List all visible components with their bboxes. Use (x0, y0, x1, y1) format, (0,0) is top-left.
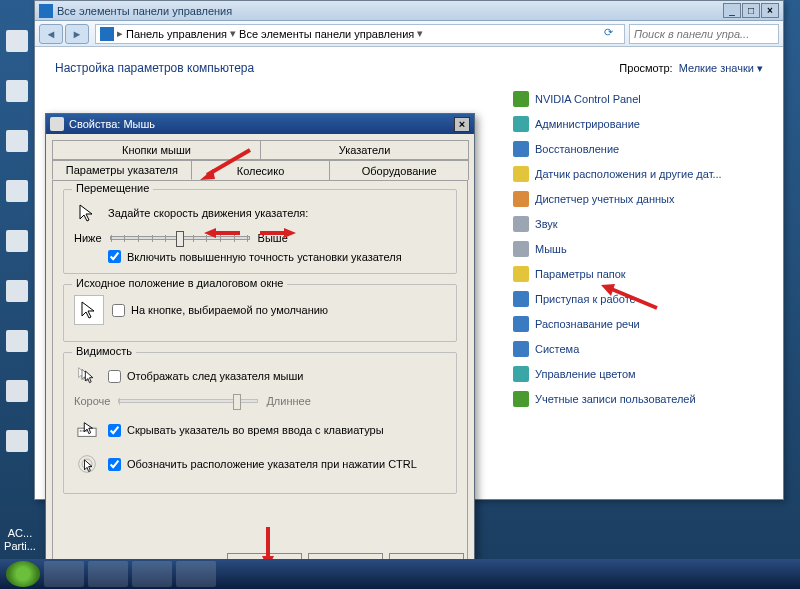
tab-panel: Перемещение Задайте скорость движения ук… (52, 180, 468, 562)
pointer-speed-slider[interactable]: Ниже Выше (74, 232, 446, 244)
hide-while-typing-checkbox[interactable]: Скрывать указатель во время ввода с клав… (108, 424, 384, 437)
item-label: Датчик расположения и другие дат... (535, 168, 722, 180)
dialog-close-button[interactable]: × (454, 117, 470, 132)
item-label: Распознавание речи (535, 318, 640, 330)
close-button[interactable]: × (761, 3, 779, 18)
control-panel-item[interactable]: Диспетчер учетных данных (513, 191, 763, 207)
tab-pointers[interactable]: Указатели (260, 140, 469, 160)
control-panel-item[interactable]: Звук (513, 216, 763, 232)
tab-hardware[interactable]: Оборудование (329, 160, 469, 180)
speed-label: Задайте скорость движения указателя: (108, 207, 308, 219)
item-label: Звук (535, 218, 558, 230)
mouse-icon (50, 117, 64, 131)
tab-pointer-options[interactable]: Параметры указателя (52, 160, 192, 180)
item-label: Мышь (535, 243, 567, 255)
desktop-shortcut[interactable] (6, 30, 28, 52)
ctrl-locate-icon (74, 451, 100, 477)
control-panel-item[interactable]: Параметры папок (513, 266, 763, 282)
control-panel-item[interactable]: Приступая к работе (513, 291, 763, 307)
taskbar-pinned-app[interactable] (132, 561, 172, 587)
group-legend: Исходное положение в диалоговом окне (72, 277, 287, 289)
taskbar[interactable] (0, 559, 800, 589)
dialog-titlebar[interactable]: Свойства: Мышь × (46, 114, 474, 134)
item-icon (513, 166, 529, 182)
item-icon (513, 191, 529, 207)
item-icon (513, 141, 529, 157)
enhance-precision-checkbox[interactable]: Включить повышенную точность установки у… (108, 250, 446, 263)
desktop-shortcut[interactable] (6, 430, 28, 452)
item-icon (513, 316, 529, 332)
checkbox-input[interactable] (108, 458, 121, 471)
item-icon (513, 216, 529, 232)
minimize-button[interactable]: _ (723, 3, 741, 18)
slider-thumb (233, 394, 241, 410)
forward-button[interactable]: ► (65, 24, 89, 44)
breadcrumb-part[interactable]: Панель управления (126, 28, 227, 40)
taskbar-pinned-app[interactable] (176, 561, 216, 587)
view-dropdown[interactable]: Мелкие значки ▾ (679, 62, 763, 75)
control-panel-item[interactable]: Датчик расположения и другие дат... (513, 166, 763, 182)
pointer-icon (74, 200, 100, 226)
breadcrumb-part[interactable]: Все элементы панели управления (239, 28, 414, 40)
back-button[interactable]: ◄ (39, 24, 63, 44)
mouse-properties-dialog: Свойства: Мышь × Кнопки мыши Указатели П… (45, 113, 475, 583)
group-legend: Видимость (72, 345, 136, 357)
desktop-shortcut[interactable] (6, 380, 28, 402)
desktop-shortcut[interactable] (6, 180, 28, 202)
maximize-button[interactable]: □ (742, 3, 760, 18)
checkbox-input[interactable] (108, 370, 121, 383)
control-panel-item[interactable]: Администрирование (513, 116, 763, 132)
desktop-shortcut[interactable] (6, 130, 28, 152)
checkbox-input[interactable] (108, 424, 121, 437)
control-panel-items-column: NVIDIA Control PanelАдминистрированиеВос… (513, 91, 763, 407)
group-legend: Перемещение (72, 182, 153, 194)
toolbar: ◄ ► ▸ Панель управления ▾ Все элементы п… (35, 21, 783, 47)
desktop-shortcut[interactable] (6, 330, 28, 352)
search-input[interactable] (629, 24, 779, 44)
window-titlebar[interactable]: Все элементы панели управления _ □ × (35, 1, 783, 21)
item-icon (513, 391, 529, 407)
item-icon (513, 116, 529, 132)
control-panel-item[interactable]: Учетные записи пользователей (513, 391, 763, 407)
desktop-shortcut[interactable] (6, 230, 28, 252)
item-label: Параметры папок (535, 268, 626, 280)
start-button[interactable] (6, 561, 40, 587)
desktop-shortcut[interactable] (6, 280, 28, 302)
item-label: Система (535, 343, 579, 355)
checkbox-input[interactable] (108, 250, 121, 263)
control-panel-item[interactable]: Распознавание речи (513, 316, 763, 332)
pointer-trails-checkbox[interactable]: Отображать след указателя мыши (108, 370, 303, 383)
control-panel-item[interactable]: NVIDIA Control Panel (513, 91, 763, 107)
tabs-container: Кнопки мыши Указатели Параметры указател… (46, 134, 474, 180)
checkbox-input[interactable] (112, 304, 125, 317)
view-label: Просмотр: (619, 62, 672, 74)
desktop-shortcut[interactable] (6, 80, 28, 102)
pointer-trails-icon (74, 363, 100, 389)
breadcrumb[interactable]: ▸ Панель управления ▾ Все элементы панел… (95, 24, 625, 44)
snap-to-checkbox[interactable]: На кнопке, выбираемой по умолчанию (112, 304, 328, 317)
slider-label-slow: Ниже (74, 232, 102, 244)
taskbar-pinned-app[interactable] (44, 561, 84, 587)
item-icon (513, 366, 529, 382)
item-icon (513, 91, 529, 107)
control-panel-item[interactable]: Мышь (513, 241, 763, 257)
group-motion: Перемещение Задайте скорость движения ук… (63, 189, 457, 274)
taskbar-pinned-app[interactable] (88, 561, 128, 587)
desktop-shortcut-label: AC...Parti... (2, 527, 38, 553)
slider-thumb[interactable] (176, 231, 184, 247)
ctrl-locate-checkbox[interactable]: Обозначить расположение указателя при на… (108, 458, 417, 471)
trail-length-slider: Короче Длиннее (74, 395, 446, 407)
tab-wheel[interactable]: Колесико (191, 160, 331, 180)
item-icon (513, 291, 529, 307)
group-snap-to: Исходное положение в диалоговом окне На … (63, 284, 457, 342)
control-panel-item[interactable]: Система (513, 341, 763, 357)
refresh-icon[interactable]: ⟳ (604, 26, 620, 42)
item-icon (513, 266, 529, 282)
item-label: Учетные записи пользователей (535, 393, 696, 405)
tab-buttons[interactable]: Кнопки мыши (52, 140, 261, 160)
svg-rect-1 (80, 430, 82, 432)
control-panel-item[interactable]: Управление цветом (513, 366, 763, 382)
item-icon (513, 241, 529, 257)
control-panel-item[interactable]: Восстановление (513, 141, 763, 157)
control-panel-icon (39, 4, 53, 18)
